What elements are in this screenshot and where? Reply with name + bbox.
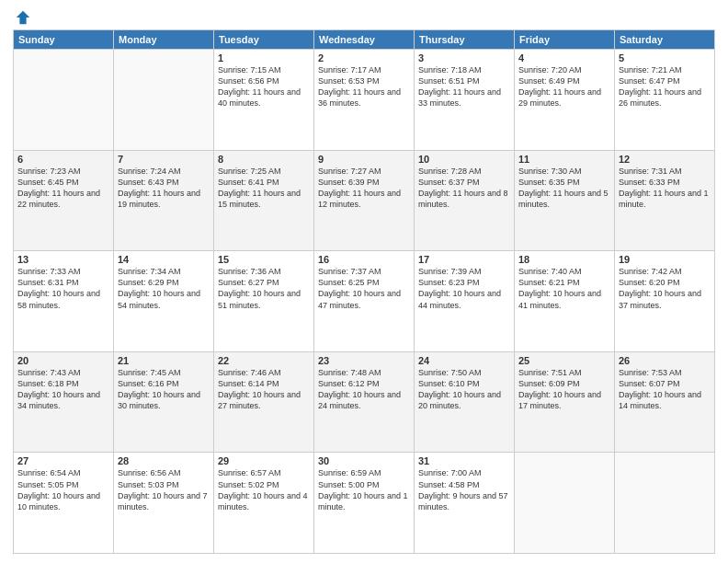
day-info: Sunrise: 7:36 AM Sunset: 6:27 PM Dayligh… <box>218 266 310 311</box>
header <box>13 9 715 22</box>
calendar-header-row: SundayMondayTuesdayWednesdayThursdayFrid… <box>14 30 715 50</box>
day-number: 11 <box>518 154 610 165</box>
day-info: Sunrise: 7:20 AM Sunset: 6:49 PM Dayligh… <box>518 64 610 109</box>
logo-icon <box>15 9 31 26</box>
day-info: Sunrise: 6:56 AM Sunset: 5:03 PM Dayligh… <box>118 467 210 512</box>
day-info: Sunrise: 6:54 AM Sunset: 5:05 PM Dayligh… <box>17 467 109 512</box>
day-number: 8 <box>218 154 310 165</box>
col-header-wednesday: Wednesday <box>314 30 415 50</box>
calendar-cell: 6Sunrise: 7:23 AM Sunset: 6:45 PM Daylig… <box>14 150 114 251</box>
calendar-cell: 30Sunrise: 6:59 AM Sunset: 5:00 PM Dayli… <box>314 453 415 554</box>
day-info: Sunrise: 7:23 AM Sunset: 6:45 PM Dayligh… <box>17 166 109 211</box>
calendar-cell <box>14 50 114 151</box>
calendar-cell: 5Sunrise: 7:21 AM Sunset: 6:47 PM Daylig… <box>615 50 715 151</box>
day-info: Sunrise: 7:34 AM Sunset: 6:29 PM Dayligh… <box>118 266 210 311</box>
day-number: 30 <box>318 455 410 466</box>
calendar-cell: 8Sunrise: 7:25 AM Sunset: 6:41 PM Daylig… <box>214 150 314 251</box>
calendar-cell: 2Sunrise: 7:17 AM Sunset: 6:53 PM Daylig… <box>314 50 415 151</box>
day-number: 7 <box>118 154 210 165</box>
calendar-cell: 28Sunrise: 6:56 AM Sunset: 5:03 PM Dayli… <box>114 453 214 554</box>
calendar-cell: 16Sunrise: 7:37 AM Sunset: 6:25 PM Dayli… <box>314 251 415 352</box>
day-info: Sunrise: 7:18 AM Sunset: 6:51 PM Dayligh… <box>418 64 510 109</box>
calendar-cell: 19Sunrise: 7:42 AM Sunset: 6:20 PM Dayli… <box>615 251 715 352</box>
day-number: 3 <box>418 52 510 63</box>
calendar-cell: 22Sunrise: 7:46 AM Sunset: 6:14 PM Dayli… <box>214 351 314 453</box>
day-number: 20 <box>17 355 109 366</box>
svg-marker-0 <box>17 11 29 24</box>
day-number: 31 <box>418 455 510 466</box>
col-header-friday: Friday <box>515 30 615 50</box>
calendar-cell: 26Sunrise: 7:53 AM Sunset: 6:07 PM Dayli… <box>615 351 715 453</box>
day-info: Sunrise: 7:50 AM Sunset: 6:10 PM Dayligh… <box>418 367 510 412</box>
day-info: Sunrise: 7:27 AM Sunset: 6:39 PM Dayligh… <box>318 166 410 211</box>
day-info: Sunrise: 7:40 AM Sunset: 6:21 PM Dayligh… <box>518 266 610 311</box>
day-number: 28 <box>118 455 210 466</box>
calendar-week-1: 1Sunrise: 7:15 AM Sunset: 6:56 PM Daylig… <box>14 50 715 151</box>
calendar-week-5: 27Sunrise: 6:54 AM Sunset: 5:05 PM Dayli… <box>14 453 715 554</box>
day-info: Sunrise: 7:45 AM Sunset: 6:16 PM Dayligh… <box>118 367 210 412</box>
day-info: Sunrise: 7:48 AM Sunset: 6:12 PM Dayligh… <box>318 367 410 412</box>
calendar-cell: 27Sunrise: 6:54 AM Sunset: 5:05 PM Dayli… <box>14 453 114 554</box>
col-header-thursday: Thursday <box>415 30 515 50</box>
calendar-cell: 24Sunrise: 7:50 AM Sunset: 6:10 PM Dayli… <box>415 351 515 453</box>
day-info: Sunrise: 7:24 AM Sunset: 6:43 PM Dayligh… <box>118 166 210 211</box>
day-info: Sunrise: 7:51 AM Sunset: 6:09 PM Dayligh… <box>518 367 610 412</box>
day-number: 15 <box>218 254 310 265</box>
calendar-cell: 29Sunrise: 6:57 AM Sunset: 5:02 PM Dayli… <box>214 453 314 554</box>
day-number: 24 <box>418 355 510 366</box>
calendar-cell: 31Sunrise: 7:00 AM Sunset: 4:58 PM Dayli… <box>415 453 515 554</box>
day-info: Sunrise: 7:37 AM Sunset: 6:25 PM Dayligh… <box>318 266 410 311</box>
calendar-cell: 25Sunrise: 7:51 AM Sunset: 6:09 PM Dayli… <box>515 351 615 453</box>
calendar-cell: 23Sunrise: 7:48 AM Sunset: 6:12 PM Dayli… <box>314 351 415 453</box>
day-number: 10 <box>418 154 510 165</box>
day-info: Sunrise: 7:25 AM Sunset: 6:41 PM Dayligh… <box>218 166 310 211</box>
day-info: Sunrise: 7:15 AM Sunset: 6:56 PM Dayligh… <box>218 64 310 109</box>
day-number: 12 <box>619 154 711 165</box>
calendar-cell: 13Sunrise: 7:33 AM Sunset: 6:31 PM Dayli… <box>14 251 114 352</box>
day-number: 5 <box>619 52 711 63</box>
calendar-cell: 21Sunrise: 7:45 AM Sunset: 6:16 PM Dayli… <box>114 351 214 453</box>
calendar-cell: 7Sunrise: 7:24 AM Sunset: 6:43 PM Daylig… <box>114 150 214 251</box>
day-number: 23 <box>318 355 410 366</box>
day-info: Sunrise: 7:33 AM Sunset: 6:31 PM Dayligh… <box>17 266 109 311</box>
calendar-cell: 3Sunrise: 7:18 AM Sunset: 6:51 PM Daylig… <box>415 50 515 151</box>
day-number: 27 <box>17 455 109 466</box>
calendar-cell: 11Sunrise: 7:30 AM Sunset: 6:35 PM Dayli… <box>515 150 615 251</box>
day-info: Sunrise: 7:46 AM Sunset: 6:14 PM Dayligh… <box>218 367 310 412</box>
calendar-cell <box>615 453 715 554</box>
day-number: 26 <box>619 355 711 366</box>
day-number: 6 <box>17 154 109 165</box>
page: SundayMondayTuesdayWednesdayThursdayFrid… <box>0 0 728 563</box>
day-number: 22 <box>218 355 310 366</box>
day-number: 17 <box>418 254 510 265</box>
day-number: 1 <box>218 52 310 63</box>
calendar-cell <box>515 453 615 554</box>
day-number: 25 <box>518 355 610 366</box>
day-info: Sunrise: 7:53 AM Sunset: 6:07 PM Dayligh… <box>619 367 711 412</box>
calendar-table: SundayMondayTuesdayWednesdayThursdayFrid… <box>13 29 715 554</box>
day-number: 18 <box>518 254 610 265</box>
day-info: Sunrise: 6:59 AM Sunset: 5:00 PM Dayligh… <box>318 467 410 512</box>
col-header-saturday: Saturday <box>615 30 715 50</box>
calendar-cell: 18Sunrise: 7:40 AM Sunset: 6:21 PM Dayli… <box>515 251 615 352</box>
col-header-tuesday: Tuesday <box>214 30 314 50</box>
calendar-cell: 14Sunrise: 7:34 AM Sunset: 6:29 PM Dayli… <box>114 251 214 352</box>
day-number: 9 <box>318 154 410 165</box>
day-number: 2 <box>318 52 410 63</box>
day-number: 14 <box>118 254 210 265</box>
day-info: Sunrise: 6:57 AM Sunset: 5:02 PM Dayligh… <box>218 467 310 512</box>
day-number: 21 <box>118 355 210 366</box>
day-info: Sunrise: 7:17 AM Sunset: 6:53 PM Dayligh… <box>318 64 410 109</box>
day-info: Sunrise: 7:30 AM Sunset: 6:35 PM Dayligh… <box>518 166 610 211</box>
day-number: 29 <box>218 455 310 466</box>
calendar-cell: 9Sunrise: 7:27 AM Sunset: 6:39 PM Daylig… <box>314 150 415 251</box>
calendar-week-2: 6Sunrise: 7:23 AM Sunset: 6:45 PM Daylig… <box>14 150 715 251</box>
day-number: 16 <box>318 254 410 265</box>
calendar-cell: 10Sunrise: 7:28 AM Sunset: 6:37 PM Dayli… <box>415 150 515 251</box>
day-info: Sunrise: 7:42 AM Sunset: 6:20 PM Dayligh… <box>619 266 711 311</box>
calendar-cell: 15Sunrise: 7:36 AM Sunset: 6:27 PM Dayli… <box>214 251 314 352</box>
day-info: Sunrise: 7:31 AM Sunset: 6:33 PM Dayligh… <box>619 166 711 211</box>
day-info: Sunrise: 7:00 AM Sunset: 4:58 PM Dayligh… <box>418 467 510 512</box>
day-number: 13 <box>17 254 109 265</box>
col-header-monday: Monday <box>114 30 214 50</box>
